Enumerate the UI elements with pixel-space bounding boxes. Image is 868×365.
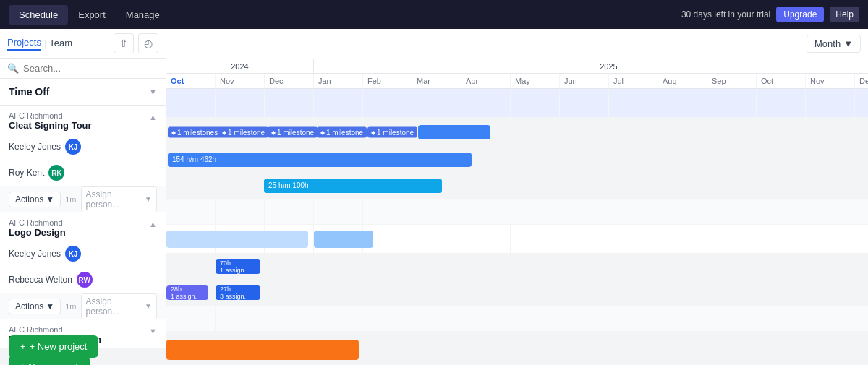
upgrade-button[interactable]: Upgrade [776,7,824,22]
gantt-col [855,118,868,146]
member-row-rw-logo: Rebecca Welton RW [0,267,166,293]
project-chevron-cleat: ▲ [149,113,157,121]
actions-button-cleat[interactable]: Actions ▼ [9,192,61,207]
bar-kj-logo: 70h 1 assign. [216,259,260,274]
milestone-label-4: 1 milestone [326,128,363,136]
month-mar-2025: Mar [412,74,461,88]
milestone-chip-1: 1 milestones [168,126,221,137]
month-dec-2024: Dec [265,74,314,88]
month-oct-2025: Oct [757,74,806,88]
bar-rw-logo-2-label: 27h [220,285,231,293]
sub-tab-team[interactable]: Team [49,38,72,50]
avatar-kj-cleat: KJ [65,139,81,155]
month-button[interactable]: Month ▼ [807,35,861,53]
nav-right: 30 days left in your trial Upgrade Help [681,7,859,22]
gantt-col [166,199,216,224]
assign-placeholder-logo: Assign person... [86,296,145,317]
help-button[interactable]: Help [830,7,859,22]
assign-select-cleat[interactable]: Assign person... ▼ [81,186,157,212]
gantt-col [560,173,609,198]
duration-logo: 1m [65,302,76,311]
time-off-row[interactable]: Time Off ▼ [0,79,166,106]
gantt-col [658,118,707,146]
gantt-col [855,173,868,198]
project-header-cleat[interactable]: AFC Richmond Cleat Signing Tour ▲ [0,106,166,134]
sub-tab-projects[interactable]: Projects [7,37,41,51]
avatar-rk-cleat: RK [48,165,64,181]
milestone-bar [418,125,490,139]
gantt-kj-cleat-row: 154 h/m 462h [166,147,868,173]
project-group-cleat: AFC Richmond Cleat Signing Tour ▲ Keeley… [0,106,166,212]
month-apr-2025: Apr [461,74,511,88]
bar-rw-logo-1-label: 28h [171,285,182,293]
time-off-label: Time Off [9,86,50,98]
actions-chevron-icon-logo: ▼ [46,301,54,312]
nav-tab-manage[interactable]: Manage [116,5,170,25]
duration-cleat: 1m [65,195,76,204]
month-jan-2025: Jan [314,74,363,88]
up-button[interactable]: ⇧ [114,33,134,53]
gantt-col [560,118,609,146]
year-2025: 2025 [314,59,868,73]
gantt-col [216,199,265,224]
bar-rw-logo-1: 28h 1 assign. [166,285,208,300]
gantt-col [363,332,412,365]
member-name-kj-cleat: Keeley Jones [9,142,61,152]
gantt-col [707,147,757,172]
gantt-scroll: 1 milestones 1 milestone 1 milestone 1 m… [166,89,868,365]
assign-select-logo[interactable]: Assign person... ▼ [81,293,157,319]
gantt-rk-cleat-row: 25 h/m 100h [166,173,868,199]
gantt-col [609,89,658,117]
month-sep-2025: Sep [707,74,757,88]
nav-tab-schedule[interactable]: Schedule [9,5,68,25]
gantt-month-row: Oct Nov Dec Jan Feb Mar Apr May Jun Jul … [166,74,868,88]
gantt-col [314,199,363,224]
gantt-actions-logo [166,306,868,332]
avatar-rw-logo: RW [77,272,93,288]
gantt-wrapper: Month ▼ 2024 2025 Oct Nov [166,29,868,365]
gantt-col [461,332,511,365]
gantt-col [511,147,560,172]
content-area: Projects | Team ⇧ ◴ 🔍 Time Off ▼ [0,29,868,365]
sidebar: Projects | Team ⇧ ◴ 🔍 Time Off ▼ [0,29,166,365]
gantt-col [658,147,707,172]
search-box: 🔍 [0,59,166,79]
app-container: Schedule Export Manage 30 days left in y… [0,0,868,365]
gantt-milestones-row: 1 milestones 1 milestone 1 milestone 1 m… [166,118,868,147]
search-icon: 🔍 [7,63,19,74]
project-header-logo[interactable]: AFC Richmond Logo Design ▲ [0,212,166,241]
project-header-text-logo: AFC Richmond Logo Design [9,218,66,238]
month-nov-2024: Nov [216,74,265,88]
gantt-col [461,89,511,117]
gantt-col [412,332,461,365]
project-company-marketing: AFC Richmond [9,325,101,334]
gantt-col [216,89,265,117]
gantt-col [560,147,609,172]
actions-label-cleat: Actions [15,194,43,205]
gantt-col [806,118,855,146]
assign-placeholder-cleat: Assign person... [86,189,145,210]
nav-tab-export[interactable]: Export [68,5,116,25]
gantt-col [265,254,314,279]
milestone-chip-4: 1 milestone [317,126,367,137]
gantt-col [757,147,806,172]
actions-button-logo[interactable]: Actions ▼ [9,299,61,314]
project-name-cleat: Cleat Signing Tour [9,120,92,131]
clock-button[interactable]: ◴ [138,33,158,53]
new-project-button-bottom[interactable]: + + New project [9,335,98,358]
project-company-cleat: AFC Richmond [9,111,92,120]
month-feb-2025: Feb [363,74,412,88]
gantt-col [658,173,707,198]
member-row-kj-logo: Keeley Jones KJ [0,241,166,267]
gantt-header: 2024 2025 Oct Nov Dec Jan Feb Mar Apr Ma… [166,59,868,89]
gantt-year-row: 2024 2025 [166,59,868,74]
project-header-text: AFC Richmond Cleat Signing Tour [9,111,92,131]
gantt-col [166,173,216,198]
new-project-bottom-area: + + New project [9,335,98,358]
gantt-col [166,306,216,331]
search-input[interactable] [23,63,158,74]
gantt-rw-logo-row: 28h 1 assign. 27h 3 assign. [166,280,868,306]
month-label: Month [814,38,841,49]
shared-toolbar: Projects | Team ⇧ ◴ [0,29,166,59]
milestone-chip-3: 1 milestone [268,126,318,137]
